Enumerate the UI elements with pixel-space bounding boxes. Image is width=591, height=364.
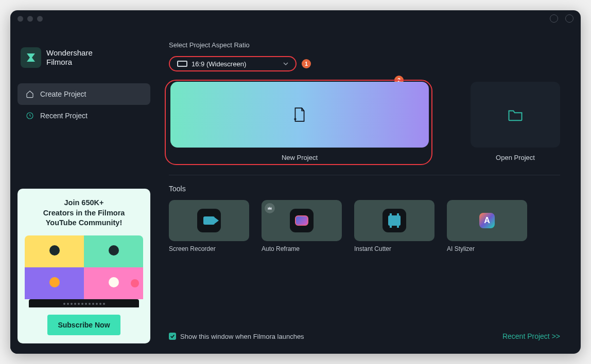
sidebar-item-create-project[interactable]: Create Project (18, 83, 150, 105)
home-icon (26, 90, 34, 98)
tool-screen-recorder[interactable] (169, 200, 249, 241)
sidebar-item-label: Create Project (40, 90, 86, 98)
tool-instant-cutter[interactable] (354, 200, 434, 241)
brand-text: Wondershare Filmora (46, 48, 93, 67)
help-icon[interactable] (565, 14, 573, 23)
tool-auto-reframe[interactable] (262, 200, 342, 241)
zoom-window-dot[interactable] (37, 16, 43, 22)
svg-marker-0 (27, 53, 35, 62)
brand-line1: Wondershare (46, 48, 93, 58)
recent-project-link[interactable]: Recent Project >> (502, 332, 560, 340)
title-bar (10, 10, 581, 27)
open-project-card[interactable] (471, 82, 560, 148)
minimize-window-dot[interactable] (27, 16, 33, 22)
folder-icon (508, 108, 523, 121)
checkbox-icon (169, 333, 176, 340)
sidebar-item-recent-project[interactable]: Recent Project (18, 105, 150, 126)
main-panel: Select Project Aspect Ratio 16:9 (Widesc… (158, 27, 581, 354)
clock-icon (26, 112, 34, 120)
annotation-badge-1: 1 (302, 59, 311, 68)
instant-cutter-icon (383, 209, 406, 232)
promo-title: Join 650K+ Creators in the Filmora YouTu… (25, 198, 143, 228)
subscribe-button[interactable]: Subscribe Now (47, 315, 120, 335)
footer-row: Show this window when Filmora launches R… (169, 325, 560, 343)
new-project-label: New Project (282, 154, 318, 161)
tools-label: Tools (169, 185, 560, 193)
screen-recorder-icon (197, 209, 221, 232)
tool-label: Instant Cutter (354, 245, 434, 252)
chevron-down-icon (283, 61, 288, 66)
account-icon[interactable] (550, 14, 558, 23)
new-file-icon (292, 107, 307, 122)
tool-ai-stylizer[interactable]: A (447, 200, 527, 241)
widescreen-icon (177, 61, 187, 67)
sidebar: Wondershare Filmora Create Project Recen… (10, 27, 158, 354)
sidebar-item-label: Recent Project (40, 112, 88, 120)
filmora-logo-icon (21, 47, 41, 68)
promo-card: Join 650K+ Creators in the Filmora YouTu… (18, 189, 150, 343)
title-right-icons (550, 14, 573, 23)
tools-row: Screen Recorder Auto Reframe Inst (169, 200, 560, 252)
auto-reframe-icon (290, 209, 314, 232)
show-on-launch-checkbox[interactable]: Show this window when Filmora launches (169, 333, 304, 340)
divider (169, 175, 560, 175)
aspect-ratio-dropdown[interactable]: 16:9 (Widescreen) (169, 56, 297, 71)
aspect-ratio-value: 16:9 (Widescreen) (192, 60, 246, 68)
checkbox-label: Show this window when Filmora launches (180, 333, 304, 340)
brand-line2: Filmora (46, 58, 93, 67)
crown-icon (265, 203, 275, 213)
tool-label: AI Stylizer (447, 245, 527, 252)
app-window: Wondershare Filmora Create Project Recen… (10, 10, 581, 354)
close-window-dot[interactable] (18, 16, 23, 22)
aspect-ratio-label: Select Project Aspect Ratio (169, 41, 560, 49)
promo-illustration (25, 235, 143, 307)
open-project-label: Open Project (496, 154, 535, 161)
brand-logo: Wondershare Filmora (21, 47, 150, 68)
ai-stylizer-icon: A (479, 213, 495, 228)
new-project-card[interactable] (170, 82, 429, 148)
tool-label: Auto Reframe (262, 245, 342, 252)
tool-label: Screen Recorder (169, 245, 249, 252)
window-controls (18, 16, 43, 22)
